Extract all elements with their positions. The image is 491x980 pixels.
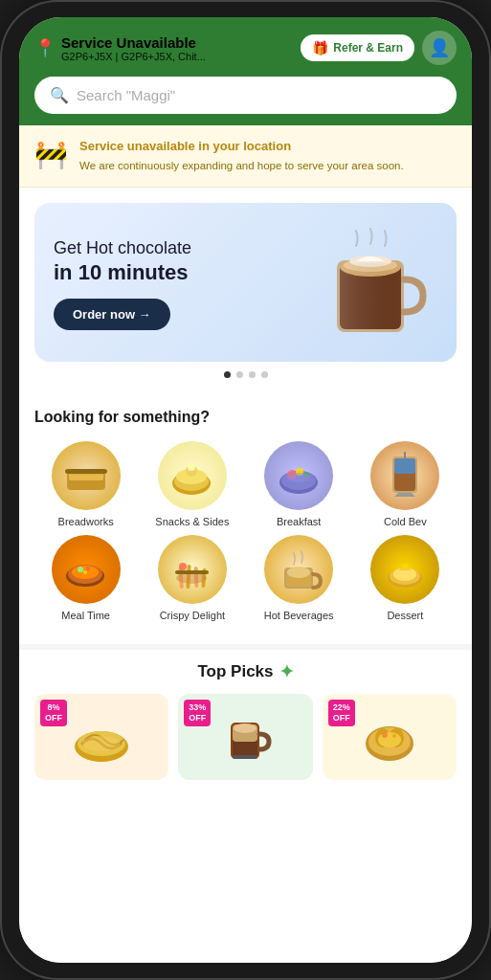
category-breadworks[interactable]: Breadworks bbox=[34, 441, 137, 527]
promo-line2: in 10 minutes bbox=[54, 260, 313, 285]
promo-image bbox=[313, 222, 437, 346]
breakfast-icon bbox=[273, 450, 325, 502]
svg-point-39 bbox=[287, 567, 310, 578]
category-snacks[interactable]: Snacks & Sides bbox=[141, 441, 243, 527]
category-hotbev[interactable]: Hot Beverages bbox=[248, 535, 350, 621]
crispy-image bbox=[158, 535, 227, 604]
profile-button[interactable]: 👤 bbox=[422, 31, 457, 65]
location-info: Service Unavailable G2P6+J5X | G2P6+J5X,… bbox=[61, 34, 206, 62]
profile-icon: 👤 bbox=[429, 37, 450, 58]
snacks-icon bbox=[166, 450, 218, 502]
refer-earn-button[interactable]: 🎁 Refer & Earn bbox=[301, 34, 414, 61]
svg-point-13 bbox=[188, 463, 195, 471]
discount-badge-2: 33%OFF bbox=[184, 700, 211, 726]
refer-earn-label: Refer & Earn bbox=[333, 41, 403, 55]
svg-rect-36 bbox=[175, 570, 209, 574]
hotbev-image bbox=[264, 535, 333, 604]
hot-chocolate-image bbox=[323, 227, 428, 342]
hotbev-icon bbox=[273, 544, 325, 596]
category-crispy[interactable]: Crispy Delight bbox=[141, 535, 243, 621]
sparkle-icon: ✦ bbox=[279, 661, 294, 682]
svg-point-56 bbox=[378, 732, 401, 747]
snacks-label: Snacks & Sides bbox=[155, 516, 229, 527]
crispy-icon bbox=[166, 544, 218, 596]
top-pick-card-3[interactable]: 22%OFF bbox=[323, 694, 457, 780]
svg-rect-5 bbox=[340, 263, 401, 329]
breadworks-label: Breadworks bbox=[58, 516, 114, 527]
svg-point-58 bbox=[392, 734, 396, 738]
banner-text: Service unavailable in your location We … bbox=[79, 139, 404, 173]
top-picks-label: Top Picks bbox=[197, 662, 273, 681]
chicken-image bbox=[356, 703, 423, 770]
dessert-icon bbox=[379, 544, 432, 596]
dot-4 bbox=[261, 371, 268, 378]
discount-badge-3: 22%OFF bbox=[328, 700, 355, 726]
banner-title: Service unavailable in your location bbox=[79, 139, 404, 153]
top-pick-card-2[interactable]: 33%OFF bbox=[178, 694, 312, 780]
service-unavailable-banner: 🚧 Service unavailable in your location W… bbox=[19, 125, 472, 188]
mealtime-icon bbox=[59, 544, 112, 596]
svg-point-35 bbox=[179, 563, 187, 570]
svg-rect-8 bbox=[65, 469, 107, 474]
category-breakfast[interactable]: Breakfast bbox=[248, 441, 350, 527]
top-picks-cards: 8%OFF 33%OFF bbox=[34, 694, 457, 780]
header-actions: 🎁 Refer & Earn 👤 bbox=[301, 31, 457, 65]
warning-icon: 🚧 bbox=[34, 139, 68, 170]
svg-rect-22 bbox=[394, 458, 415, 474]
svg-point-28 bbox=[86, 567, 90, 570]
search-input-placeholder: Search "Maggi" bbox=[77, 87, 175, 103]
crispy-label: Crispy Delight bbox=[160, 610, 225, 621]
location-subtitle: G2P6+J5X | G2P6+J5X, Chit... bbox=[61, 51, 206, 62]
banner-body: We are continuously expanding and hope t… bbox=[79, 160, 404, 171]
category-dessert[interactable]: Dessert bbox=[354, 535, 457, 621]
category-mealtime[interactable]: Meal Time bbox=[34, 535, 137, 621]
search-bar[interactable]: 🔍 Search "Maggi" bbox=[34, 77, 457, 114]
main-content: 🚧 Service unavailable in your location W… bbox=[19, 125, 472, 963]
breadworks-icon bbox=[62, 452, 110, 500]
coldbev-label: Cold Bev bbox=[384, 516, 427, 527]
beverage-image bbox=[212, 703, 279, 770]
search-icon: 🔍 bbox=[50, 86, 69, 104]
category-coldbev[interactable]: Cold Bev bbox=[354, 441, 457, 527]
order-now-button[interactable]: Order now → bbox=[54, 299, 170, 330]
dessert-label: Dessert bbox=[387, 610, 423, 621]
svg-point-46 bbox=[82, 736, 121, 751]
categories-title: Looking for something? bbox=[34, 409, 457, 426]
breadworks-image bbox=[52, 441, 121, 510]
mealtime-image bbox=[52, 535, 121, 604]
order-now-label: Order now → bbox=[73, 307, 151, 322]
coldbev-icon bbox=[381, 447, 429, 504]
promo-line1: Get Hot chocolate bbox=[54, 238, 313, 258]
mealtime-label: Meal Time bbox=[61, 610, 110, 621]
app-header: 📍 Service Unavailable G2P6+J5X | G2P6+J5… bbox=[19, 17, 472, 125]
carousel-dots bbox=[34, 371, 457, 378]
location-pin-icon: 📍 bbox=[34, 37, 56, 58]
promo-section: Get Hot chocolate in 10 minutes Order no… bbox=[19, 188, 472, 393]
noodles-image bbox=[68, 703, 135, 770]
top-pick-card-1[interactable]: 8%OFF bbox=[34, 694, 168, 780]
hotbev-label: Hot Beverages bbox=[264, 610, 334, 621]
breakfast-image bbox=[264, 441, 333, 510]
dessert-image bbox=[370, 535, 439, 604]
discount-badge-1: 8%OFF bbox=[40, 700, 67, 726]
svg-point-50 bbox=[234, 724, 257, 733]
dot-3 bbox=[249, 371, 256, 378]
dot-1 bbox=[224, 371, 231, 378]
gift-icon: 🎁 bbox=[312, 40, 328, 56]
dot-2 bbox=[236, 371, 243, 378]
promo-text: Get Hot chocolate in 10 minutes Order no… bbox=[54, 238, 313, 330]
promo-card: Get Hot chocolate in 10 minutes Order no… bbox=[34, 203, 457, 362]
svg-point-29 bbox=[83, 570, 87, 574]
svg-point-19 bbox=[287, 473, 310, 482]
svg-point-57 bbox=[382, 732, 388, 738]
svg-point-43 bbox=[402, 564, 408, 569]
snacks-image bbox=[158, 441, 227, 510]
coldbev-image bbox=[370, 441, 439, 510]
svg-rect-51 bbox=[233, 755, 257, 759]
categories-row1: Breadworks Sna bbox=[34, 441, 457, 527]
categories-row2: Meal Time bbox=[34, 535, 457, 621]
location-title: Service Unavailable bbox=[61, 34, 206, 51]
location-area[interactable]: 📍 Service Unavailable G2P6+J5X | G2P6+J5… bbox=[34, 34, 301, 62]
categories-section: Looking for something? B bbox=[19, 393, 472, 644]
breakfast-label: Breakfast bbox=[277, 516, 321, 527]
